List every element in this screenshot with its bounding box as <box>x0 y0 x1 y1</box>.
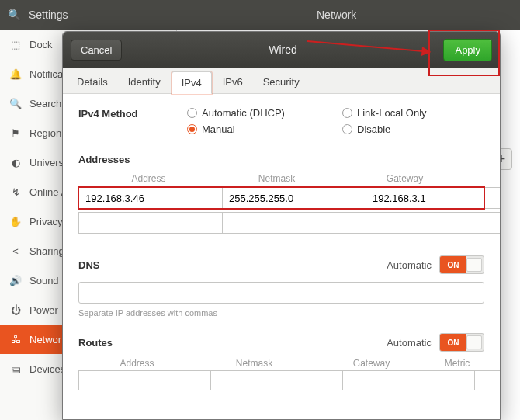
sidebar-icon: 🔔 <box>9 68 22 80</box>
panel-title: Network <box>317 9 356 21</box>
dns-input[interactable] <box>78 282 484 304</box>
tab-ipv6[interactable]: IPv6 <box>213 71 252 94</box>
col-address: Address <box>78 358 196 369</box>
settings-title: Settings <box>29 9 68 21</box>
address-header: Address Netmask Gateway <box>78 173 484 187</box>
sidebar-icon: ⬚ <box>9 39 22 50</box>
radio-label: Disable <box>357 123 390 135</box>
radio-dot-icon <box>187 124 197 134</box>
sidebar-item-label: Power <box>29 304 58 316</box>
switch-on-label: ON <box>440 334 466 351</box>
route-gateway-input[interactable] <box>343 370 475 390</box>
col-netmask: Netmask <box>196 358 313 369</box>
route-metric-input[interactable] <box>475 370 500 390</box>
gateway-input[interactable] <box>366 187 500 209</box>
address-row: ✕ <box>78 212 484 234</box>
dialog-header: Cancel Wired Apply <box>63 32 500 68</box>
sidebar-icon: ↯ <box>9 186 22 198</box>
address-input[interactable] <box>78 212 223 234</box>
col-gateway: Gateway <box>313 358 430 369</box>
col-gateway: Gateway <box>341 173 469 184</box>
sidebar-item-label: Devices <box>29 363 65 375</box>
sidebar-icon: 🖧 <box>9 334 22 345</box>
apply-button[interactable]: Apply <box>443 39 492 61</box>
sidebar-icon: ⏻ <box>9 304 22 316</box>
ipv4-method-label: IPv4 Method <box>78 108 187 120</box>
routes-header: Address Netmask Gateway Metric <box>78 358 484 369</box>
gateway-input[interactable] <box>366 212 500 234</box>
routes-automatic-toggle[interactable]: ON <box>439 333 484 352</box>
sidebar-icon: < <box>9 245 22 257</box>
settings-titlebar: 🔍 Settings Network <box>0 0 520 30</box>
dns-label: DNS <box>78 259 99 271</box>
switch-knob <box>466 258 482 272</box>
sidebar-icon: 🔊 <box>9 275 22 286</box>
route-netmask-input[interactable] <box>211 370 343 390</box>
switch-on-label: ON <box>440 256 466 273</box>
tab-security[interactable]: Security <box>254 71 309 94</box>
dialog-tabs: DetailsIdentityIPv4IPv6Security <box>63 68 500 94</box>
tab-identity[interactable]: Identity <box>119 71 170 94</box>
col-address: Address <box>85 173 213 184</box>
search-icon[interactable]: 🔍 <box>8 9 21 21</box>
tab-ipv4[interactable]: IPv4 <box>172 71 212 94</box>
radio-manual[interactable]: Manual <box>187 123 342 135</box>
radio-dot-icon <box>342 108 352 118</box>
connection-dialog: Cancel Wired Apply DetailsIdentityIPv4IP… <box>62 31 501 420</box>
radio-label: Manual <box>202 123 235 135</box>
sidebar-item-label: Sound <box>29 275 59 286</box>
sidebar-item-label: Search <box>29 98 61 109</box>
address-row: ✕ <box>78 187 484 209</box>
sidebar-item-label: Network <box>29 334 67 345</box>
route-address-input[interactable] <box>78 370 211 390</box>
addresses-label: Addresses <box>78 154 484 165</box>
switch-knob <box>466 335 482 349</box>
dns-automatic-toggle[interactable]: ON <box>439 255 484 274</box>
routes-label: Routes <box>78 337 113 349</box>
col-metric: Metric <box>430 358 484 369</box>
sidebar-icon: ◐ <box>9 157 22 168</box>
radio-label: Link-Local Only <box>357 107 427 119</box>
radio-label: Automatic (DHCP) <box>202 107 285 119</box>
cancel-button[interactable]: Cancel <box>71 40 122 61</box>
automatic-label: Automatic <box>387 337 432 349</box>
sidebar-item-label: Dock <box>29 39 53 50</box>
netmask-input[interactable] <box>223 187 366 209</box>
tab-details[interactable]: Details <box>68 71 117 94</box>
route-row: ✕ <box>78 370 484 390</box>
radio-dot-icon <box>342 124 352 134</box>
dns-hint: Separate IP addresses with commas <box>78 308 484 318</box>
sidebar-item-label: Privacy <box>29 216 63 227</box>
automatic-label: Automatic <box>387 259 432 271</box>
radio-link-local-only[interactable]: Link-Local Only <box>342 107 497 119</box>
radio-automatic-dhcp-[interactable]: Automatic (DHCP) <box>187 107 342 119</box>
address-input[interactable] <box>78 187 223 209</box>
col-netmask: Netmask <box>213 173 341 184</box>
sidebar-icon: ⚑ <box>9 127 22 139</box>
radio-disable[interactable]: Disable <box>342 123 497 135</box>
dialog-title: Wired <box>122 43 443 56</box>
sidebar-icon: 🔍 <box>9 98 22 109</box>
sidebar-item-label: Sharing <box>29 245 64 257</box>
sidebar-icon: 🖴 <box>9 363 22 375</box>
netmask-input[interactable] <box>223 212 366 234</box>
radio-dot-icon <box>187 108 197 118</box>
sidebar-icon: ✋ <box>9 216 22 227</box>
ipv4-panel: IPv4 Method Automatic (DHCP)Link-Local O… <box>63 94 500 419</box>
